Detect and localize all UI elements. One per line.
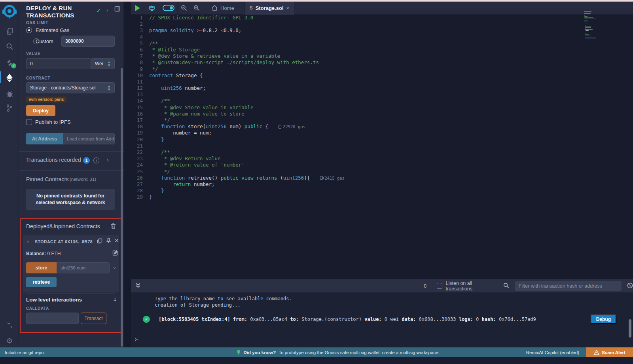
- pinned-network-label: (network: 31): [70, 177, 96, 182]
- code-line[interactable]: 1// SPDX-License-Identifier: GPL-3.0: [131, 15, 633, 21]
- value-input[interactable]: 0: [26, 58, 91, 69]
- terminal[interactable]: Type the library name to see available c…: [131, 292, 633, 347]
- code-line[interactable]: 28 }: [131, 188, 633, 194]
- terminal-filter-input[interactable]: Filter with transaction hash or address: [515, 281, 622, 291]
- tab-home[interactable]: Home: [207, 2, 239, 15]
- copilot-toggle[interactable]: [160, 2, 177, 15]
- activity-rail: ✓ ⚙: [0, 2, 19, 347]
- custom-gas-input[interactable]: 3000000: [61, 36, 115, 47]
- copy-address-icon[interactable]: [97, 238, 102, 245]
- debugger-icon[interactable]: [0, 87, 19, 100]
- transact-button[interactable]: Transact: [81, 313, 106, 324]
- line-number: 14: [131, 98, 149, 104]
- transactions-expand-icon[interactable]: ›: [107, 156, 109, 163]
- panel-forward-icon[interactable]: ›: [106, 7, 108, 13]
- code-line[interactable]: 26 function retrieve() public view retur…: [131, 175, 633, 181]
- git-init-label[interactable]: Initialize as git repo: [5, 350, 44, 355]
- expand-store-icon[interactable]: ⌄: [112, 264, 117, 270]
- deploy-button[interactable]: Deploy: [26, 105, 55, 116]
- code-line[interactable]: 6 * @title Storage: [131, 47, 633, 53]
- deploy-run-icon[interactable]: [0, 71, 19, 85]
- tab-storage-sol[interactable]: S Storage.sol ×: [244, 2, 294, 15]
- zoom-out-icon[interactable]: [178, 2, 190, 15]
- code-line[interactable]: 22 /**: [131, 149, 633, 155]
- editor-minimap[interactable]: [584, 11, 631, 43]
- expand-terminal-icon[interactable]: [136, 283, 140, 289]
- contract-collapse-icon[interactable]: ⌄: [26, 238, 30, 244]
- store-function-button[interactable]: store: [26, 262, 57, 273]
- terminal-search-icon[interactable]: [503, 282, 509, 290]
- tab-close-icon[interactable]: ×: [286, 5, 290, 11]
- scam-alert-button[interactable]: Scam Alert: [586, 347, 633, 357]
- calldata-input[interactable]: [26, 313, 79, 324]
- contract-label: CONTRACT: [26, 76, 50, 80]
- file-explorer-icon[interactable]: [0, 25, 19, 38]
- code-line[interactable]: 23 * @dev Return value: [131, 155, 633, 162]
- zoom-in-icon[interactable]: [190, 2, 203, 15]
- publish-ipfs-checkbox[interactable]: [26, 119, 32, 125]
- code-line[interactable]: 14 /**: [131, 98, 633, 104]
- code-line[interactable]: 3pragma solidity >=0.8.2 <0.9.0;: [131, 27, 633, 34]
- clear-deployed-trash-icon[interactable]: [111, 223, 116, 230]
- code-line[interactable]: 12 uint256 number;: [131, 85, 633, 91]
- minimap-line: [584, 19, 597, 19]
- pinned-contracts-label: Pinned Contracts: [26, 176, 68, 182]
- pin-contract-icon[interactable]: [106, 238, 111, 245]
- edit-balance-icon[interactable]: [112, 250, 118, 257]
- code-line[interactable]: 2: [131, 21, 633, 27]
- store-args-input[interactable]: uint256 num: [57, 262, 110, 273]
- line-number: 8: [131, 59, 149, 66]
- code-line[interactable]: 11: [131, 79, 633, 85]
- low-level-info-icon[interactable]: i: [114, 296, 116, 302]
- listen-transactions-checkbox[interactable]: [437, 283, 442, 289]
- plugin-manager-icon[interactable]: [0, 318, 19, 332]
- code-line[interactable]: 16 * @param num value to store: [131, 111, 633, 117]
- transactions-info-icon[interactable]: i: [93, 157, 99, 163]
- code-line[interactable]: 7 * @dev Store & retrieve value in a var…: [131, 53, 633, 59]
- line-number: 15: [131, 104, 149, 111]
- code-line[interactable]: 20 }: [131, 136, 633, 143]
- code-line[interactable]: 24 * @return value of 'number': [131, 162, 633, 168]
- value-unit-select[interactable]: Wei ▲▼: [91, 58, 115, 69]
- run-script-button[interactable]: [131, 2, 144, 15]
- code-line[interactable]: 19 number = num;: [131, 130, 633, 136]
- code-line[interactable]: 27 return number;: [131, 181, 633, 188]
- line-number: 6: [131, 47, 149, 53]
- deployed-contracts-label: Deployed/Unpinned Contracts: [26, 223, 100, 229]
- code-editor[interactable]: 1// SPDX-License-Identifier: GPL-3.023pr…: [131, 15, 633, 279]
- terminal-prompt[interactable]: >: [135, 337, 138, 342]
- settings-gear-icon[interactable]: ⚙: [0, 334, 19, 347]
- code-line[interactable]: 9 */: [131, 66, 633, 72]
- remix-logo-icon[interactable]: [2, 4, 17, 20]
- code-line[interactable]: 29}: [131, 194, 633, 200]
- code-line[interactable]: 18 function store(uint256 num) public {2…: [131, 123, 633, 130]
- panel-scrollbar[interactable]: [121, 68, 123, 347]
- code-line[interactable]: 21: [131, 143, 633, 149]
- code-line[interactable]: 15 * @dev Store value in variable: [131, 104, 633, 111]
- code-line[interactable]: 10contract Storage {: [131, 72, 633, 79]
- code-line[interactable]: 17 */: [131, 117, 633, 123]
- at-address-button[interactable]: At Address: [26, 133, 63, 144]
- terminal-scrollbar[interactable]: [629, 319, 631, 337]
- ai-copilot-robot-icon[interactable]: [144, 2, 160, 15]
- code-line[interactable]: 13: [131, 91, 633, 98]
- git-icon[interactable]: [0, 101, 19, 115]
- retrieve-function-button[interactable]: retrieve: [26, 277, 57, 287]
- code-line[interactable]: 4: [131, 34, 633, 40]
- pin-panel-icon[interactable]: [114, 6, 120, 13]
- code-line[interactable]: 5/**: [131, 40, 633, 47]
- compile-success-badge-icon: ✓: [11, 63, 16, 68]
- contract-select[interactable]: Storage - contracts/Storage.sol ▲▼: [26, 82, 115, 93]
- listen-transactions-label: Listen on all transactions: [446, 281, 495, 292]
- remove-contract-icon[interactable]: ✕: [114, 237, 119, 244]
- at-address-input[interactable]: Load contract from Addre: [63, 133, 115, 144]
- code-line[interactable]: 25 */: [131, 169, 633, 175]
- transaction-log-row[interactable]: ✓ [block:5583405 txIndex:4] from: 0xa03.…: [131, 315, 633, 324]
- copilot-status-label[interactable]: RemixAI Copilot (enabled): [526, 350, 579, 355]
- search-icon[interactable]: [0, 40, 19, 53]
- estimated-gas-radio[interactable]: [26, 27, 32, 33]
- clear-terminal-icon[interactable]: [627, 282, 633, 290]
- tx-expand-icon[interactable]: ⌄: [601, 316, 605, 323]
- solidity-compiler-icon[interactable]: ✓: [0, 56, 19, 70]
- code-line[interactable]: 8 * @custom:dev-run-script ./scripts/dep…: [131, 59, 633, 66]
